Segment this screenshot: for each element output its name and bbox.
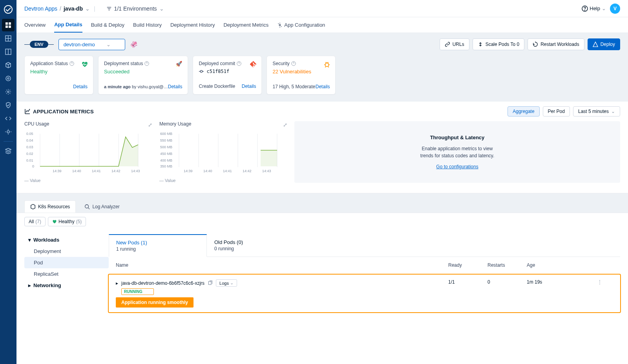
expand-icon[interactable]: ⤢	[283, 122, 287, 128]
restart-workloads-button[interactable]: Restart Workloads	[528, 38, 584, 50]
svg-point-11	[7, 78, 9, 79]
filter-all[interactable]: All (7)	[24, 217, 46, 226]
pod-tabs: New Pods (1) 1 running Old Pods (0) 0 ru…	[109, 234, 620, 257]
card-title: Security	[272, 61, 330, 66]
mascot-icon: 🦑	[130, 41, 138, 48]
tab-deployment-history[interactable]: Deployment History	[170, 18, 215, 32]
urls-button[interactable]: URLs	[440, 38, 469, 50]
more-actions-icon[interactable]: ⋮	[597, 279, 613, 285]
metrics-controls: Aggregate Per Pod Last 5 minutes ⌄	[508, 106, 620, 116]
logs-button[interactable]: Logs⌄	[216, 279, 237, 287]
svg-text:14:43: 14:43	[262, 169, 271, 173]
tab-build-history[interactable]: Build History	[133, 18, 162, 32]
svg-text:0.02: 0.02	[26, 152, 33, 156]
env-row: ENV devtron-demo ⌄ 🦑 URLs	[24, 38, 620, 50]
svg-text:500 MB: 500 MB	[160, 145, 172, 149]
svg-text:14:39: 14:39	[53, 169, 62, 173]
deploy-button[interactable]: Deploy	[588, 38, 620, 50]
breadcrumb-root[interactable]: Devtron Apps	[24, 5, 57, 12]
svg-text:0.04: 0.04	[26, 138, 33, 142]
nav-layers-icon[interactable]	[2, 145, 15, 157]
chevron-down-icon: ⌄	[611, 109, 615, 114]
svg-point-0	[4, 5, 12, 13]
nav-cube-icon[interactable]	[2, 59, 15, 71]
svg-point-23	[201, 70, 203, 72]
nav-shield-icon[interactable]	[2, 99, 15, 111]
tab-app-configuration[interactable]: App Configuration	[277, 18, 325, 32]
svg-point-19	[279, 24, 281, 26]
status-badge: RUNNING	[121, 288, 154, 295]
tab-log-analyzer[interactable]: Log Analyzer	[79, 200, 125, 213]
details-link[interactable]: Details	[168, 84, 183, 89]
svg-text:400 MB: 400 MB	[160, 158, 172, 162]
scale-pods-button[interactable]: Scale Pods To 0	[473, 38, 525, 50]
legend: — Value	[24, 178, 154, 183]
card-footer: Create Dockerfile Details	[199, 84, 256, 89]
svg-rect-4	[9, 25, 11, 28]
card-deployment-status: Deployment status 🚀 Succeeded a minute a…	[98, 56, 188, 95]
svg-text:14:40: 14:40	[72, 169, 81, 173]
env-select[interactable]: devtron-demo ⌄	[58, 39, 125, 50]
card-title: Application Status	[30, 61, 88, 66]
tree-networking[interactable]: ▸ Networking	[24, 280, 109, 291]
details-link[interactable]: Details	[242, 84, 256, 89]
svg-point-62	[85, 204, 89, 208]
nav-apps-icon[interactable]	[2, 19, 15, 31]
nav-grid-icon[interactable]	[2, 32, 15, 45]
subheader: ENV devtron-demo ⌄ 🦑 URLs	[16, 33, 628, 102]
svg-text:14:43: 14:43	[131, 169, 140, 173]
details-link[interactable]: Details	[73, 84, 88, 89]
filter-healthy[interactable]: Healthy (5)	[48, 217, 86, 226]
col-age: Age	[527, 262, 597, 268]
split-view: ▾ Workloads Deployment Pod ReplicaSet ▸ …	[16, 230, 628, 317]
env-count[interactable]: 1/1 Environments ⌄	[106, 5, 164, 12]
status-value: Succeeded	[104, 69, 182, 75]
nav-gear-icon[interactable]	[2, 86, 15, 98]
tree-deployment[interactable]: Deployment	[24, 246, 109, 257]
tree-pod[interactable]: Pod	[24, 257, 109, 268]
time-range-select[interactable]: Last 5 minutes ⌄	[573, 106, 620, 116]
chevron-down-icon: ▾	[28, 237, 31, 243]
topbar-right: Help ⌄ V	[582, 4, 620, 14]
cell-age: 1m 19s	[527, 279, 597, 285]
nav-settings-icon[interactable]	[2, 126, 15, 138]
copy-icon[interactable]	[208, 280, 213, 286]
nav-code-icon[interactable]	[2, 112, 15, 125]
svg-text:14:41: 14:41	[92, 169, 101, 173]
tab-k8s-resources[interactable]: K8s Resources	[24, 200, 76, 213]
avatar[interactable]: V	[610, 4, 620, 14]
logo[interactable]	[3, 4, 14, 15]
aggregate-pill[interactable]: Aggregate	[508, 106, 539, 116]
env-badge: ENV	[30, 41, 48, 48]
card-title: Deployment status	[104, 61, 182, 66]
svg-text:550 MB: 550 MB	[160, 138, 172, 142]
svg-text:14:41: 14:41	[223, 169, 232, 173]
cpu-chart: ⤢ CPU Usage 0.050.040.030.020.010 14:391…	[24, 121, 154, 183]
details-link[interactable]: Details	[316, 84, 330, 89]
tab-app-details[interactable]: App Details	[54, 17, 82, 33]
pod-tab-new[interactable]: New Pods (1) 1 running	[109, 234, 207, 257]
chevron-down-icon[interactable]: ⌄	[85, 5, 90, 12]
cell-ready: 1/1	[448, 279, 487, 285]
go-to-configurations-link[interactable]: Go to configurations	[436, 164, 478, 169]
tree-workloads[interactable]: ▾ Workloads	[24, 234, 109, 246]
tab-overview[interactable]: Overview	[24, 18, 46, 32]
chevron-right-icon[interactable]: ▸	[116, 280, 118, 286]
svg-text:14:42: 14:42	[243, 169, 252, 173]
svg-text:600 MB: 600 MB	[160, 132, 172, 136]
card-app-status: Application Status Healthy Details	[24, 56, 93, 95]
cell-restarts: 0	[487, 279, 527, 285]
nav-window-icon[interactable]	[2, 46, 15, 58]
pod-tab-old[interactable]: Old Pods (0) 0 running	[207, 234, 305, 257]
tab-build-deploy[interactable]: Build & Deploy	[91, 18, 124, 32]
table-header: Name Ready Restarts Age	[109, 257, 620, 274]
chevron-right-icon: ▸	[28, 282, 31, 288]
tree-replicaset[interactable]: ReplicaSet	[24, 268, 109, 280]
nav-target-icon[interactable]	[2, 72, 15, 85]
expand-icon[interactable]: ⤢	[148, 122, 152, 128]
per-pod-pill[interactable]: Per Pod	[543, 106, 570, 116]
sidebar	[0, 0, 16, 364]
help-button[interactable]: Help ⌄	[582, 5, 606, 12]
tab-deployment-metrics[interactable]: Deployment Metrics	[223, 18, 268, 32]
metrics-header: APPLICATION METRICS Aggregate Per Pod La…	[16, 102, 628, 121]
